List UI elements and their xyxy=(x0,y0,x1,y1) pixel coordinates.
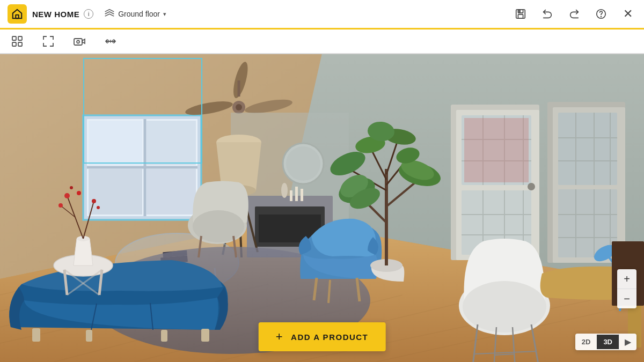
person-view-button[interactable]: ▶ xyxy=(619,334,636,350)
svg-rect-47 xyxy=(290,190,292,201)
svg-rect-0 xyxy=(16,15,19,18)
add-product-label: ADD A PRODUCT xyxy=(291,333,368,342)
zoom-controls: + − xyxy=(617,269,636,308)
svg-rect-1 xyxy=(516,10,525,19)
svg-point-135 xyxy=(92,199,96,203)
redo-button[interactable] xyxy=(566,5,583,23)
svg-point-139 xyxy=(77,191,81,195)
svg-point-138 xyxy=(97,206,100,209)
add-product-button[interactable]: + ADD A PRODUCT xyxy=(259,322,386,351)
svg-rect-8 xyxy=(18,36,22,40)
floor-label: Ground floor xyxy=(118,10,160,18)
zoom-in-button[interactable]: + xyxy=(617,269,636,289)
svg-point-137 xyxy=(70,186,73,189)
svg-rect-10 xyxy=(18,42,22,46)
svg-point-141 xyxy=(463,281,546,333)
undo-button[interactable] xyxy=(539,5,556,23)
svg-rect-4 xyxy=(519,10,520,12)
help-button[interactable] xyxy=(592,5,610,23)
svg-rect-122 xyxy=(86,330,92,342)
view-mode-controls: 2D 3D ▶ xyxy=(575,334,636,350)
svg-point-50 xyxy=(281,183,288,198)
svg-point-12 xyxy=(77,41,79,43)
svg-point-134 xyxy=(64,193,70,198)
svg-rect-121 xyxy=(32,328,40,342)
svg-rect-3 xyxy=(518,14,523,18)
svg-rect-104 xyxy=(464,118,529,182)
top-bar-right: ✕ xyxy=(512,5,636,23)
project-name: NEW HOME xyxy=(32,10,79,19)
svg-rect-9 xyxy=(12,42,16,46)
svg-rect-34 xyxy=(89,169,142,215)
camera3d-tool-button[interactable] xyxy=(70,32,89,51)
svg-rect-11 xyxy=(74,39,82,45)
svg-rect-49 xyxy=(301,189,303,201)
toolbar xyxy=(0,29,644,54)
svg-rect-7 xyxy=(12,36,16,40)
info-icon[interactable]: i xyxy=(84,9,93,19)
floor-chevron-icon: ▾ xyxy=(163,11,166,18)
svg-rect-107 xyxy=(558,113,617,185)
grid-tool-button[interactable] xyxy=(8,32,27,51)
window-selection-highlight xyxy=(83,58,202,164)
close-button[interactable]: ✕ xyxy=(619,5,636,23)
svg-point-52 xyxy=(286,146,320,181)
svg-rect-48 xyxy=(295,187,298,201)
add-plus-icon: + xyxy=(276,330,283,344)
svg-point-103 xyxy=(528,183,535,190)
svg-rect-123 xyxy=(161,330,167,342)
zoom-out-button[interactable]: − xyxy=(617,289,636,308)
svg-point-38 xyxy=(236,104,242,110)
save-button[interactable] xyxy=(512,5,529,23)
floor-selector[interactable]: Ground floor ▾ xyxy=(104,9,166,19)
svg-point-136 xyxy=(58,203,63,208)
top-bar: NEW HOME i Ground floor ▾ xyxy=(0,0,644,29)
view-3d-button[interactable]: 3D xyxy=(597,335,619,349)
view-2d-button[interactable]: 2D xyxy=(575,335,597,349)
svg-point-6 xyxy=(601,17,602,17)
svg-rect-35 xyxy=(147,169,196,215)
fullscreen-tool-button[interactable] xyxy=(39,32,58,51)
svg-rect-124 xyxy=(201,329,209,342)
measure-tool-button[interactable] xyxy=(101,32,120,51)
viewport-3d[interactable]: + ADD A PRODUCT + − 2D 3D ▶ xyxy=(0,54,644,362)
logo-icon xyxy=(8,4,27,24)
